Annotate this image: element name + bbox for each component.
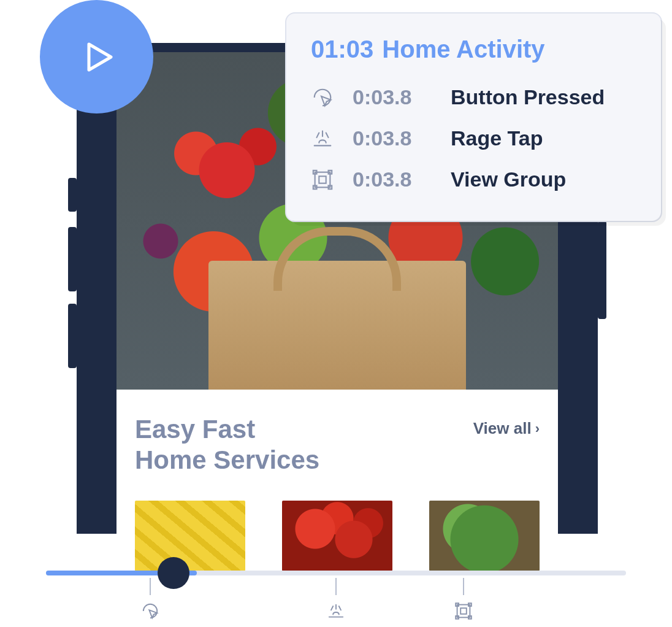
- timeline: [46, 571, 626, 575]
- device-side-button: [68, 178, 77, 212]
- product-thumbnails: [135, 501, 540, 571]
- svg-rect-2: [319, 176, 326, 183]
- timeline-track[interactable]: [46, 571, 626, 575]
- svg-marker-0: [89, 44, 111, 70]
- timeline-markers: [46, 578, 626, 627]
- timeline-marker[interactable]: [326, 578, 346, 621]
- event-label: Button Pressed: [451, 85, 605, 109]
- product-thumb[interactable]: [135, 501, 245, 571]
- activity-timestamp: 01:03: [311, 36, 373, 63]
- play-icon: [75, 36, 118, 79]
- activity-event-row[interactable]: 0:03.8 Rage Tap: [311, 118, 636, 159]
- view-all-label: View all: [473, 419, 532, 438]
- grocery-bag-graphic: [208, 261, 466, 390]
- device-side-button: [68, 304, 77, 368]
- section-header: Easy Fast Home Services View all ›: [135, 414, 540, 476]
- product-thumb[interactable]: [282, 501, 392, 571]
- rage-tap-icon: [311, 127, 334, 150]
- view-group-icon: [454, 601, 473, 621]
- marker-tick: [463, 578, 464, 595]
- play-button[interactable]: [40, 0, 153, 113]
- device-side-button: [598, 221, 606, 319]
- event-time: 0:03.8: [353, 126, 432, 150]
- timeline-marker[interactable]: [454, 578, 473, 621]
- activity-panel: 01:03 Home Activity 0:03.8 Button Presse…: [285, 12, 662, 222]
- marker-tick: [335, 578, 337, 595]
- activity-event-row[interactable]: 0:03.8 Button Pressed: [311, 77, 636, 118]
- section-title-line: Home Services: [135, 445, 319, 474]
- cursor-click-icon: [140, 601, 160, 621]
- timeline-marker[interactable]: [140, 578, 160, 621]
- product-thumb[interactable]: [429, 501, 540, 571]
- cursor-click-icon: [311, 86, 334, 109]
- view-group-icon: [311, 168, 334, 191]
- event-label: Rage Tap: [451, 126, 543, 150]
- rage-tap-icon: [326, 601, 346, 621]
- section-title-line: Easy Fast: [135, 415, 255, 444]
- device-side-button: [68, 227, 77, 291]
- app-content: Easy Fast Home Services View all ›: [116, 390, 558, 534]
- activity-panel-title: 01:03 Home Activity: [311, 36, 636, 63]
- svg-rect-8: [460, 608, 467, 614]
- event-label: View Group: [451, 167, 566, 191]
- event-time: 0:03.8: [353, 167, 432, 191]
- chevron-right-icon: ›: [535, 421, 540, 437]
- activity-title-text: Home Activity: [382, 36, 544, 63]
- activity-event-row[interactable]: 0:03.8 View Group: [311, 159, 636, 200]
- marker-tick: [150, 578, 151, 595]
- event-time: 0:03.8: [353, 85, 432, 109]
- view-all-link[interactable]: View all ›: [473, 419, 540, 438]
- section-title: Easy Fast Home Services: [135, 414, 319, 476]
